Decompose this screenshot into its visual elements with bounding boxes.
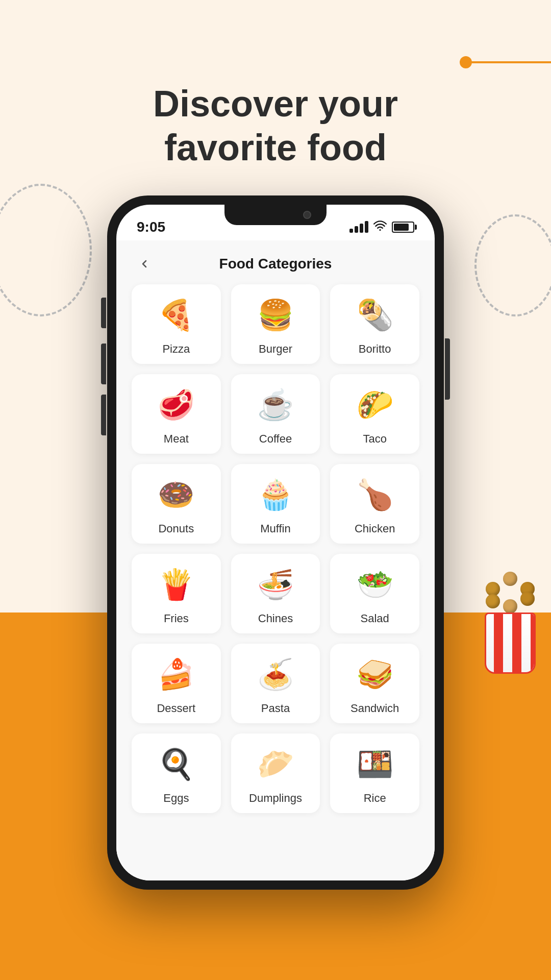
- category-label-dessert: Dessert: [157, 702, 195, 715]
- food-emoji-pizza: 🍕: [158, 300, 194, 330]
- signal-icon: [349, 221, 368, 233]
- phone-container: 9:05: [0, 195, 551, 890]
- category-image-donuts: 🍩: [148, 474, 204, 515]
- phone-screen: 9:05: [116, 205, 435, 880]
- food-emoji-sandwich: 🥪: [357, 659, 393, 689]
- category-image-coffee: ☕: [247, 384, 304, 425]
- category-card-dumplings[interactable]: 🥟 Dumplings: [231, 733, 320, 813]
- category-image-salad: 🥗: [347, 564, 403, 605]
- category-card-fries[interactable]: 🍟 Fries: [132, 554, 221, 633]
- category-label-muffin: Muffin: [260, 522, 291, 535]
- category-image-fries: 🍟: [148, 564, 204, 605]
- food-emoji-burger: 🍔: [257, 300, 294, 330]
- category-label-eggs: Eggs: [163, 792, 189, 805]
- category-card-sandwich[interactable]: 🥪 Sandwich: [330, 644, 419, 723]
- category-label-boritto: Boritto: [359, 342, 391, 356]
- category-image-meat: 🥩: [148, 384, 204, 425]
- category-label-taco: Taco: [363, 432, 386, 446]
- category-card-coffee[interactable]: ☕ Coffee: [231, 374, 320, 454]
- food-emoji-chicken: 🍗: [357, 480, 393, 509]
- page-header-title: Discover your favorite food: [0, 41, 551, 170]
- battery-icon: [392, 222, 414, 233]
- category-card-boritto[interactable]: 🌯 Boritto: [330, 284, 419, 364]
- category-image-pizza: 🍕: [148, 295, 204, 335]
- category-label-dumplings: Dumplings: [249, 792, 302, 805]
- screen-title: Food Categories: [219, 256, 332, 272]
- food-emoji-taco: 🌮: [357, 390, 393, 420]
- food-emoji-donuts: 🍩: [158, 480, 194, 509]
- category-image-chicken: 🍗: [347, 474, 403, 515]
- category-image-chines: 🍜: [247, 564, 304, 605]
- category-image-boritto: 🌯: [347, 295, 403, 335]
- category-image-dumplings: 🥟: [247, 744, 304, 785]
- back-button[interactable]: [132, 251, 157, 277]
- category-label-rice: Rice: [364, 792, 386, 805]
- category-label-meat: Meat: [164, 432, 189, 446]
- category-card-burger[interactable]: 🍔 Burger: [231, 284, 320, 364]
- food-emoji-chines: 🍜: [257, 570, 294, 599]
- category-card-meat[interactable]: 🥩 Meat: [132, 374, 221, 454]
- category-image-eggs: 🍳: [148, 744, 204, 785]
- food-emoji-meat: 🥩: [158, 390, 194, 420]
- category-label-burger: Burger: [259, 342, 292, 356]
- food-emoji-fries: 🍟: [158, 570, 194, 599]
- category-label-coffee: Coffee: [259, 432, 292, 446]
- category-label-fries: Fries: [164, 612, 189, 625]
- category-card-dessert[interactable]: 🍰 Dessert: [132, 644, 221, 723]
- notch-camera: [303, 211, 311, 219]
- category-label-chines: Chines: [258, 612, 293, 625]
- category-card-donuts[interactable]: 🍩 Donuts: [132, 464, 221, 544]
- food-emoji-dumplings: 🥟: [257, 749, 294, 779]
- category-card-eggs[interactable]: 🍳 Eggs: [132, 733, 221, 813]
- food-emoji-rice: 🍱: [357, 749, 393, 779]
- category-image-burger: 🍔: [247, 295, 304, 335]
- category-card-salad[interactable]: 🥗 Salad: [330, 554, 419, 633]
- svg-point-0: [379, 229, 381, 231]
- categories-grid: 🍕 Pizza 🍔 Burger 🌯 Boritto 🥩 Meat ☕ Coff…: [132, 284, 419, 813]
- notch: [224, 205, 327, 225]
- category-card-pizza[interactable]: 🍕 Pizza: [132, 284, 221, 364]
- category-image-muffin: 🧁: [247, 474, 304, 515]
- category-image-pasta: 🍝: [247, 654, 304, 695]
- category-image-dessert: 🍰: [148, 654, 204, 695]
- category-image-rice: 🍱: [347, 744, 403, 785]
- app-content: Food Categories 🍕 Pizza 🍔 Burger 🌯 Borit…: [116, 240, 435, 880]
- nav-bar: Food Categories: [132, 246, 419, 284]
- category-label-pizza: Pizza: [162, 342, 190, 356]
- category-card-taco[interactable]: 🌮 Taco: [330, 374, 419, 454]
- food-emoji-salad: 🥗: [357, 570, 393, 599]
- category-card-chicken[interactable]: 🍗 Chicken: [330, 464, 419, 544]
- category-card-chines[interactable]: 🍜 Chines: [231, 554, 320, 633]
- food-emoji-boritto: 🌯: [357, 300, 393, 330]
- category-image-taco: 🌮: [347, 384, 403, 425]
- food-emoji-pasta: 🍝: [257, 659, 294, 689]
- status-time: 9:05: [137, 219, 165, 235]
- category-label-pasta: Pasta: [261, 702, 290, 715]
- food-emoji-coffee: ☕: [257, 390, 294, 420]
- wifi-icon: [373, 220, 387, 234]
- category-card-muffin[interactable]: 🧁 Muffin: [231, 464, 320, 544]
- food-emoji-eggs: 🍳: [158, 749, 194, 779]
- category-image-sandwich: 🥪: [347, 654, 403, 695]
- category-label-donuts: Donuts: [158, 522, 194, 535]
- category-label-chicken: Chicken: [355, 522, 395, 535]
- category-card-rice[interactable]: 🍱 Rice: [330, 733, 419, 813]
- food-emoji-dessert: 🍰: [158, 659, 194, 689]
- food-emoji-muffin: 🧁: [257, 480, 294, 509]
- category-card-pasta[interactable]: 🍝 Pasta: [231, 644, 320, 723]
- category-label-salad: Salad: [361, 612, 389, 625]
- phone-frame: 9:05: [107, 195, 444, 890]
- status-icons: [349, 220, 414, 234]
- category-label-sandwich: Sandwich: [350, 702, 399, 715]
